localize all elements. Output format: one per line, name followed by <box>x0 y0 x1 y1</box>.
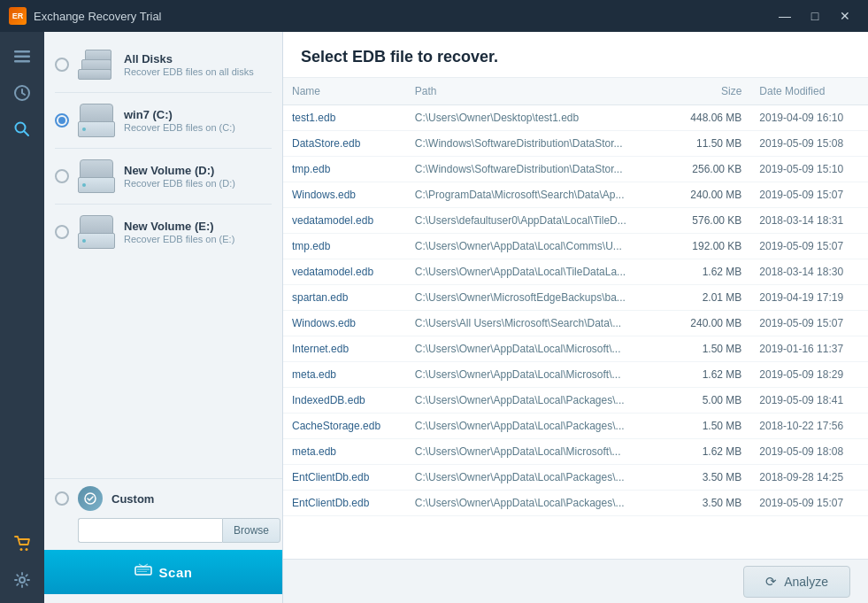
disk-item-win7-c[interactable]: win7 (C:) Recover EDB files on (C:) <box>44 97 282 144</box>
table-row[interactable]: meta.edbC:\Users\Owner\AppData\Local\Mic… <box>283 362 868 388</box>
radio-volume-e[interactable] <box>55 225 69 239</box>
table-row[interactable]: meta.edbC:\Users\Owner\AppData\Local\Mic… <box>283 439 868 465</box>
table-row[interactable]: Windows.edbC:\Users\All Users\Microsoft\… <box>283 311 868 336</box>
custom-label: Custom <box>111 492 154 506</box>
radio-custom[interactable] <box>55 491 69 506</box>
cell-path: C:\Windows\SoftwareDistribution\DataStor… <box>406 131 671 157</box>
minimize-button[interactable]: — <box>771 4 799 28</box>
scan-button[interactable]: Scan <box>44 550 282 594</box>
cell-date: 2019-05-09 18:29 <box>750 362 868 388</box>
cell-date: 2019-04-09 16:10 <box>750 105 868 131</box>
window-title: Exchange Recovery Trial <box>34 10 771 23</box>
cell-size: 192.00 KB <box>671 234 750 259</box>
cell-path: C:\Windows\SoftwareDistribution\DataStor… <box>406 157 671 182</box>
cell-name: tmp.edb <box>283 157 406 182</box>
left-panel: All Disks Recover EDB files on all disks… <box>44 32 283 603</box>
table-row[interactable]: IndexedDB.edbC:\Users\Owner\AppData\Loca… <box>283 388 868 414</box>
cell-name: meta.edb <box>283 362 406 388</box>
cell-name: Internet.edb <box>283 336 406 362</box>
svg-point-8 <box>19 577 25 583</box>
disk-desc-all: Recover EDB files on all disks <box>124 66 272 77</box>
disk-info-volume-e: New Volume (E:) Recover EDB files on (E:… <box>124 220 272 244</box>
disk-item-volume-e[interactable]: New Volume (E:) Recover EDB files on (E:… <box>44 208 282 256</box>
cell-name: meta.edb <box>283 439 406 465</box>
table-row[interactable]: EntClientDb.edbC:\Users\Owner\AppData\Lo… <box>283 465 868 491</box>
table-row[interactable]: spartan.edbC:\Users\Owner\MicrosoftEdgeB… <box>283 285 868 311</box>
cell-size: 2.01 MB <box>671 285 750 311</box>
table-row[interactable]: CacheStorage.edbC:\Users\Owner\AppData\L… <box>283 414 868 439</box>
scan-label: Scan <box>159 565 193 580</box>
cell-date: 2018-10-22 17:56 <box>750 414 868 439</box>
radio-all-disks[interactable] <box>55 58 69 72</box>
table-row[interactable]: Internet.edbC:\Users\Owner\AppData\Local… <box>283 336 868 362</box>
custom-input-row: Browse <box>78 518 272 543</box>
cell-path: C:\Users\Owner\AppData\Local\Packages\..… <box>406 388 671 414</box>
svg-line-5 <box>24 131 28 135</box>
cell-name: IndexedDB.edb <box>283 388 406 414</box>
cell-size: 576.00 KB <box>671 208 750 234</box>
menu-nav-icon[interactable] <box>6 41 38 73</box>
close-button[interactable]: ✕ <box>831 4 859 28</box>
cell-path: C:\Users\Owner\AppData\Local\Microsoft\.… <box>406 439 671 465</box>
cart-nav-icon[interactable] <box>6 528 38 560</box>
file-table: Name Path Size Date Modified test1.edbC:… <box>283 78 868 559</box>
disk-icon-volume-e <box>78 215 115 249</box>
col-name: Name <box>283 78 406 105</box>
disk-name-volume-e: New Volume (E:) <box>124 220 272 233</box>
disk-desc-win7-c: Recover EDB files on (C:) <box>124 122 272 133</box>
svg-rect-10 <box>135 567 151 575</box>
custom-path-input[interactable] <box>78 518 222 543</box>
disk-info-all-disks: All Disks Recover EDB files on all disks <box>124 52 272 77</box>
cell-date: 2018-09-28 14:25 <box>750 465 868 491</box>
main-layout: All Disks Recover EDB files on all disks… <box>0 32 868 603</box>
svg-rect-2 <box>14 60 30 63</box>
table-row[interactable]: tmp.edbC:\Windows\SoftwareDistribution\D… <box>283 157 868 182</box>
table-row[interactable]: tmp.edbC:\Users\Owner\AppData\Local\Comm… <box>283 234 868 259</box>
cell-size: 1.50 MB <box>671 336 750 362</box>
custom-section: Custom Browse <box>44 478 282 550</box>
cell-name: DataStore.edb <box>283 131 406 157</box>
svg-point-6 <box>20 548 23 551</box>
table-row[interactable]: vedatamodel.edbC:\Users\Owner\AppData\Lo… <box>283 259 868 285</box>
table-header: Name Path Size Date Modified <box>283 78 868 105</box>
analyze-icon: ⟳ <box>765 574 777 590</box>
col-path: Path <box>406 78 671 105</box>
cell-date: 2019-05-09 18:41 <box>750 388 868 414</box>
title-bar: ER Exchange Recovery Trial — □ ✕ <box>0 0 868 32</box>
radio-volume-d[interactable] <box>55 169 69 183</box>
cell-size: 5.00 MB <box>671 388 750 414</box>
all-disks-icon <box>78 48 115 81</box>
disk-item-volume-d[interactable]: New Volume (D:) Recover EDB files on (D:… <box>44 152 282 200</box>
disk-item-all-disks[interactable]: All Disks Recover EDB files on all disks <box>44 41 282 89</box>
cell-path: C:\Users\Owner\AppData\Local\Packages\..… <box>406 414 671 439</box>
browse-button[interactable]: Browse <box>222 518 280 543</box>
page-heading: Select EDB file to recover. <box>301 48 850 66</box>
table-row[interactable]: Windows.edbC:\ProgramData\Microsoft\Sear… <box>283 182 868 208</box>
settings-nav-icon[interactable] <box>6 564 38 596</box>
panel-spacer <box>44 256 282 478</box>
cell-date: 2019-05-09 15:10 <box>750 157 868 182</box>
cell-name: tmp.edb <box>283 234 406 259</box>
cell-size: 1.62 MB <box>671 362 750 388</box>
cell-name: CacheStorage.edb <box>283 414 406 439</box>
col-size: Size <box>671 78 750 105</box>
table-row[interactable]: test1.edbC:\Users\Owner\Desktop\test1.ed… <box>283 105 868 131</box>
radio-win7-c[interactable] <box>55 113 69 128</box>
cell-name: Windows.edb <box>283 182 406 208</box>
table-row[interactable]: DataStore.edbC:\Windows\SoftwareDistribu… <box>283 131 868 157</box>
table-row[interactable]: vedatamodel.edbC:\Users\defaultuser0\App… <box>283 208 868 234</box>
maximize-button[interactable]: □ <box>801 4 829 28</box>
disk-desc-volume-d: Recover EDB files on (D:) <box>124 178 272 189</box>
disk-icon-win7-c <box>78 104 115 137</box>
table-row[interactable]: EntClientDb.edbC:\Users\Owner\AppData\Lo… <box>283 491 868 516</box>
analyze-button[interactable]: ⟳ Analyze <box>743 566 850 598</box>
cell-path: C:\ProgramData\Microsoft\Search\Data\Ap.… <box>406 182 671 208</box>
cell-size: 240.00 MB <box>671 182 750 208</box>
cell-path: C:\Users\Owner\Desktop\test1.edb <box>406 105 671 131</box>
cell-name: vedatamodel.edb <box>283 208 406 234</box>
divider-3 <box>55 204 272 205</box>
cell-name: test1.edb <box>283 105 406 131</box>
history-nav-icon[interactable] <box>6 77 38 109</box>
cell-date: 2019-04-19 17:19 <box>750 285 868 311</box>
search-nav-icon[interactable] <box>6 113 38 145</box>
